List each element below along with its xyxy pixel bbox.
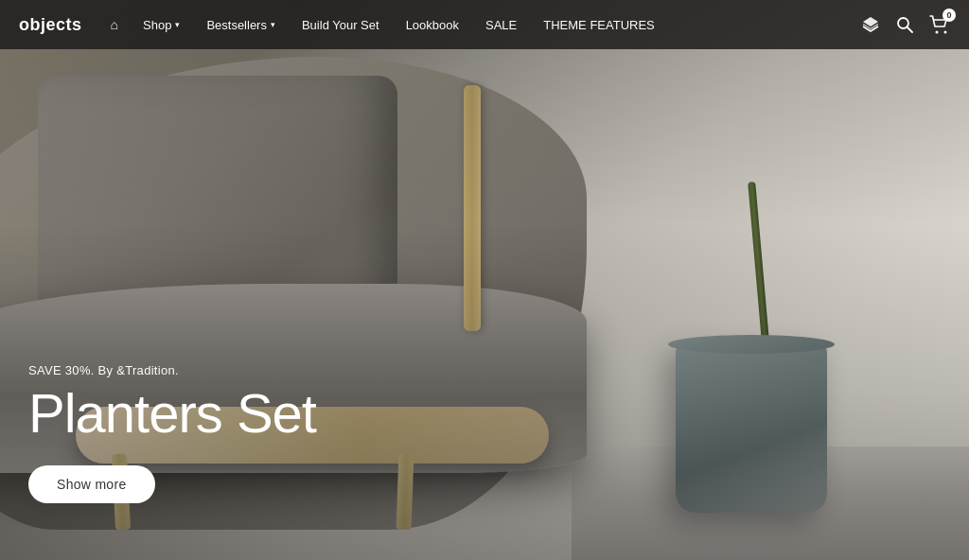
- chevron-down-icon: ▾: [175, 20, 180, 29]
- brand-logo[interactable]: objects: [19, 15, 82, 35]
- cart-icon[interactable]: 0: [929, 14, 950, 35]
- hero-title: Planters Set: [28, 385, 316, 443]
- show-more-button[interactable]: Show more: [28, 465, 155, 503]
- cart-badge: 0: [943, 9, 956, 22]
- svg-line-1: [907, 27, 913, 33]
- nav-item-sale[interactable]: SALE: [474, 12, 528, 38]
- nav-item-bestsellers[interactable]: Bestsellers ▾: [195, 12, 287, 38]
- nav-item-lookbook[interactable]: Lookbook: [395, 12, 470, 38]
- hero-content: SAVE 30%. By &Tradition. Planters Set Sh…: [28, 363, 316, 503]
- hero-subtitle: SAVE 30%. By &Tradition.: [28, 363, 316, 377]
- nav-item-theme-features[interactable]: THEME FEATURES: [532, 12, 666, 38]
- nav-item-shop[interactable]: Shop ▾: [132, 12, 191, 38]
- nav-item-build-your-set[interactable]: Build Your Set: [291, 12, 391, 38]
- chevron-down-icon: ▾: [271, 20, 275, 29]
- nav-links: ⌂ Shop ▾ Bestsellers ▾ Build Your Set Lo…: [101, 11, 861, 38]
- home-icon[interactable]: ⌂: [101, 11, 128, 38]
- svg-point-3: [944, 31, 947, 34]
- navbar: objects ⌂ Shop ▾ Bestsellers ▾ Build You…: [0, 0, 969, 49]
- nav-icons: 0: [861, 14, 950, 35]
- svg-point-2: [936, 31, 939, 34]
- search-icon[interactable]: [895, 15, 914, 34]
- layers-icon[interactable]: [861, 15, 880, 34]
